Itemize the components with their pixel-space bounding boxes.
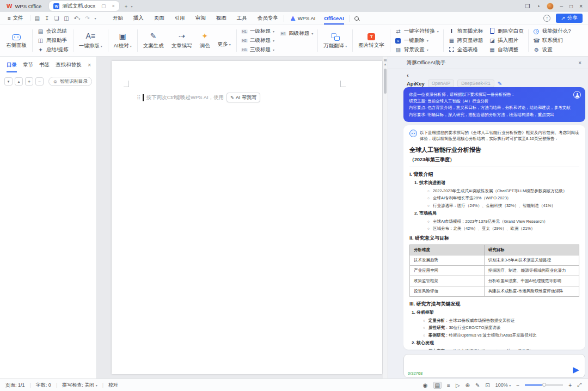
tab-list-caret-icon[interactable]: ▾ — [131, 4, 132, 8]
export-icon[interactable]: ↧ — [45, 15, 49, 21]
app-tab-wps[interactable]: W WPS Office — [0, 0, 48, 12]
delete-blank-page-button[interactable]: 删除空白页 — [488, 28, 524, 35]
back-icon[interactable]: ‹ — [407, 72, 409, 78]
settings-button[interactable]: ⚙设置 — [533, 46, 571, 53]
globe-icon[interactable]: ◔ — [537, 3, 540, 9]
undo-icon[interactable]: ↶▾ — [74, 15, 80, 21]
heading3-button[interactable]: H3三级标题▾ — [241, 46, 274, 53]
print-icon[interactable]: ❏ — [54, 15, 59, 21]
send-icon[interactable] — [573, 367, 579, 374]
auto-adjust-button[interactable]: ▦自动调整 — [488, 46, 524, 53]
scrollbar-thumb[interactable] — [384, 69, 387, 94]
word-count[interactable]: 字数: 0 — [36, 382, 51, 389]
document-page[interactable]: ⠿ 按下两次Ctrl键唤起WPS AI，使用 ✎ AI 帮我写 — [112, 61, 382, 374]
insert-image-button[interactable]: ◪插入图片 — [488, 37, 524, 44]
close-button[interactable]: × — [579, 3, 583, 9]
menu-reference[interactable]: 引用 — [175, 15, 185, 22]
translate-button[interactable]: 万能翻译▾ — [320, 25, 351, 56]
tab-chapter[interactable]: 章节 — [23, 62, 33, 69]
zoom-in-icon[interactable]: + — [568, 382, 572, 388]
eye-protect-icon[interactable]: ◉ — [423, 382, 428, 388]
tab-preview-icon[interactable]: ▢ — [101, 3, 106, 9]
play-view-icon[interactable]: ▷ — [456, 382, 460, 388]
tab-close-icon[interactable]: × — [112, 3, 115, 9]
tab-bookmark[interactable]: 书签 — [39, 62, 50, 69]
file-menu[interactable]: ≡ 文件 — [0, 15, 30, 22]
zoom-slider-knob[interactable] — [542, 383, 546, 387]
upload-icon[interactable]: ↑ — [543, 15, 550, 22]
more-button[interactable]: 更多▾ — [214, 25, 235, 56]
scroll-up-icon[interactable]: ▲ — [384, 63, 387, 66]
side-panel-button[interactable]: 右侧面板 — [2, 25, 30, 56]
save-icon[interactable]: ▤ — [35, 15, 40, 21]
zoom-in-button[interactable]: + — [25, 77, 33, 85]
menu-review[interactable]: 审阅 — [195, 15, 206, 22]
outline-toggle-icon[interactable]: ▤ — [384, 58, 387, 62]
menu-insert[interactable]: 插入 — [133, 15, 144, 22]
model-chip-deepseek[interactable]: DeepSeek-R1 — [457, 80, 494, 87]
auto-format-button[interactable]: A≡ 一键排版▾ — [75, 25, 106, 56]
meeting-summary-button[interactable]: ▤会议总结 — [37, 28, 69, 35]
smart-catalog-button[interactable]: ☺ 智能识别目录 — [48, 77, 92, 86]
outline-view-icon[interactable]: ≡ — [447, 382, 450, 388]
expand-down-button[interactable]: ▾ — [4, 77, 13, 85]
heading4-button[interactable]: H4四级标题▾ — [280, 30, 313, 37]
zoom-out-button[interactable]: − — [35, 77, 44, 85]
copywriting-button[interactable]: ✎ 文案生成 — [139, 25, 168, 56]
print-preview-icon[interactable]: ◫ — [64, 15, 69, 21]
menu-wps-ai[interactable]: WPS AI — [284, 15, 322, 21]
ai-write-button[interactable]: ✎ AI 帮我写 — [226, 93, 260, 102]
spellcheck-toggle[interactable]: 拼写检查: 关闭 ▾ — [62, 382, 97, 389]
polish-button[interactable]: ✦ 润色 — [196, 25, 214, 56]
model-chip-openai[interactable]: OpenAIP — [428, 80, 455, 87]
new-tab-button[interactable]: + — [125, 3, 128, 9]
heading2-button[interactable]: H2二级标题▾ — [241, 37, 274, 44]
zoom-level[interactable]: 100% ▾ — [495, 382, 511, 388]
background-settings-button[interactable]: ▨背景设置▾ — [395, 46, 439, 53]
share-button[interactable]: ↗ 分享 — [556, 14, 583, 23]
menu-view[interactable]: 视图 — [216, 15, 226, 22]
ai-proof-button[interactable]: ▣ AI校对▾ — [110, 25, 136, 56]
document-tab[interactable]: W 测试文档.docx ▢ × — [49, 1, 119, 11]
chat-input[interactable]: 0/32768 — [403, 354, 585, 378]
tab-catalog[interactable]: 目录 — [7, 62, 17, 69]
fit-page-icon[interactable]: ⊡ — [485, 382, 489, 388]
maximize-button[interactable]: □ — [569, 3, 573, 9]
ai-panel-close-icon[interactable]: × — [578, 60, 588, 66]
summarize-button[interactable]: ✦总结/提炼 — [37, 46, 69, 53]
proofread-button[interactable]: 校对 — [108, 382, 118, 389]
heading1-button[interactable]: H1一级标题▾ — [241, 28, 274, 35]
sidebar-close-icon[interactable]: × — [88, 62, 91, 68]
web-view-icon[interactable]: ⊕ — [465, 382, 470, 388]
user-avatar[interactable] — [547, 3, 554, 10]
menu-office-ai[interactable]: OfficeAI — [322, 15, 349, 21]
document-scrollbar[interactable]: ▤ ▲ — [383, 57, 388, 378]
select-table-button[interactable]: 全选表格 — [448, 46, 483, 53]
workspace-icon[interactable]: ❐ — [525, 3, 530, 9]
zoom-out-icon[interactable]: − — [516, 382, 519, 388]
char-convert-button[interactable]: ⇄一键字符转换▾ — [395, 28, 439, 35]
page-view-icon[interactable]: ▤ — [433, 382, 442, 389]
quickbar-caret-icon[interactable]: ▾ — [95, 16, 96, 20]
continue-writing-button[interactable]: ⇢ 文章续写 — [168, 25, 196, 56]
edit-mode-icon[interactable]: ✎ — [475, 382, 480, 388]
one-click-delete-button[interactable]: ×一键删除▾ — [395, 37, 439, 44]
weekly-report-button[interactable]: ◫周报助手 — [37, 37, 69, 44]
search-icon[interactable] — [354, 16, 359, 21]
image-to-text-button[interactable]: T 图片转文字 — [354, 25, 388, 56]
menu-home[interactable]: 开始 — [113, 15, 123, 22]
fullscreen-icon[interactable]: ⤢ — [577, 382, 581, 388]
what-can-i-do-button[interactable]: ?我能做什么? — [533, 28, 571, 35]
tab-find-replace[interactable]: 查找和替换 — [56, 62, 82, 69]
contact-us-button[interactable]: ☎联系我们 — [533, 37, 571, 44]
menu-page[interactable]: 页面 — [154, 15, 164, 22]
zoom-slider[interactable] — [525, 384, 563, 386]
minimize-button[interactable]: – — [560, 3, 564, 9]
cross-page-title-button[interactable]: ▦跨页显标题 — [448, 37, 483, 44]
menu-member[interactable]: 会员专享 — [258, 15, 278, 22]
collapse-up-button[interactable]: ▴ — [15, 77, 23, 85]
redo-icon[interactable]: ↷ — [85, 15, 89, 21]
insert-cursor-button[interactable]: I前面插光标 — [448, 28, 483, 35]
edit-pencil-icon[interactable]: ✎ — [498, 81, 502, 87]
drag-handle-icon[interactable]: ⠿ — [137, 95, 140, 101]
